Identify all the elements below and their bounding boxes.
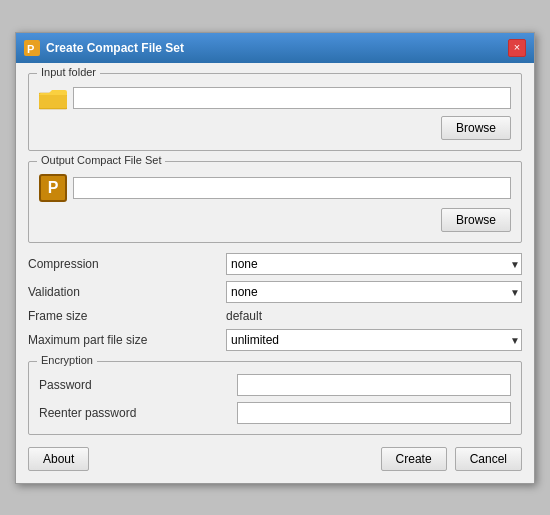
output-folder-field[interactable] — [73, 177, 511, 199]
encryption-group: Encryption Password Reenter password — [28, 361, 522, 435]
max-part-select-wrapper: unlimited 100 MB 500 MB 1 GB ▼ — [226, 329, 522, 351]
max-part-select[interactable]: unlimited 100 MB 500 MB 1 GB — [226, 329, 522, 351]
compression-select-wrapper: none fast best ▼ — [226, 253, 522, 275]
max-part-label: Maximum part file size — [28, 333, 218, 347]
frame-size-label: Frame size — [28, 309, 218, 323]
folder-icon — [39, 86, 67, 110]
create-button[interactable]: Create — [381, 447, 447, 471]
validation-select-wrapper: none crc32 md5 ▼ — [226, 281, 522, 303]
frame-size-value: default — [226, 309, 522, 323]
encryption-legend: Encryption — [37, 354, 97, 366]
compression-label: Compression — [28, 257, 218, 271]
compact-file-set-icon: P — [39, 174, 67, 202]
close-button[interactable]: × — [508, 39, 526, 57]
about-button[interactable]: About — [28, 447, 89, 471]
input-folder-field[interactable] — [73, 87, 511, 109]
reenter-password-field[interactable] — [237, 402, 511, 424]
dialog-title: Create Compact File Set — [46, 41, 184, 55]
input-folder-group: Input folder Browse — [28, 73, 522, 151]
reenter-password-label: Reenter password — [39, 406, 229, 420]
footer-row: About Create Cancel — [28, 445, 522, 471]
svg-rect-4 — [39, 95, 67, 108]
svg-text:P: P — [27, 43, 34, 55]
password-field[interactable] — [237, 374, 511, 396]
validation-label: Validation — [28, 285, 218, 299]
input-folder-browse-row: Browse — [39, 116, 511, 140]
output-folder-legend: Output Compact File Set — [37, 154, 165, 166]
footer-right: Create Cancel — [381, 447, 522, 471]
dialog-body: Input folder Browse Output Compact File … — [16, 63, 534, 483]
compression-select[interactable]: none fast best — [226, 253, 522, 275]
output-folder-row: P — [39, 174, 511, 202]
title-bar: P Create Compact File Set × — [16, 33, 534, 63]
form-fields: Compression none fast best ▼ Validation … — [28, 253, 522, 351]
validation-select[interactable]: none crc32 md5 — [226, 281, 522, 303]
input-folder-row — [39, 86, 511, 110]
app-icon: P — [24, 40, 40, 56]
input-folder-legend: Input folder — [37, 66, 100, 78]
encryption-fields: Password Reenter password — [39, 374, 511, 424]
output-folder-group: Output Compact File Set P Browse — [28, 161, 522, 243]
title-bar-left: P Create Compact File Set — [24, 40, 184, 56]
output-folder-browse-button[interactable]: Browse — [441, 208, 511, 232]
input-folder-browse-button[interactable]: Browse — [441, 116, 511, 140]
output-folder-browse-row: Browse — [39, 208, 511, 232]
cancel-button[interactable]: Cancel — [455, 447, 522, 471]
password-label: Password — [39, 378, 229, 392]
create-compact-file-set-dialog: P Create Compact File Set × Input folder… — [15, 32, 535, 484]
